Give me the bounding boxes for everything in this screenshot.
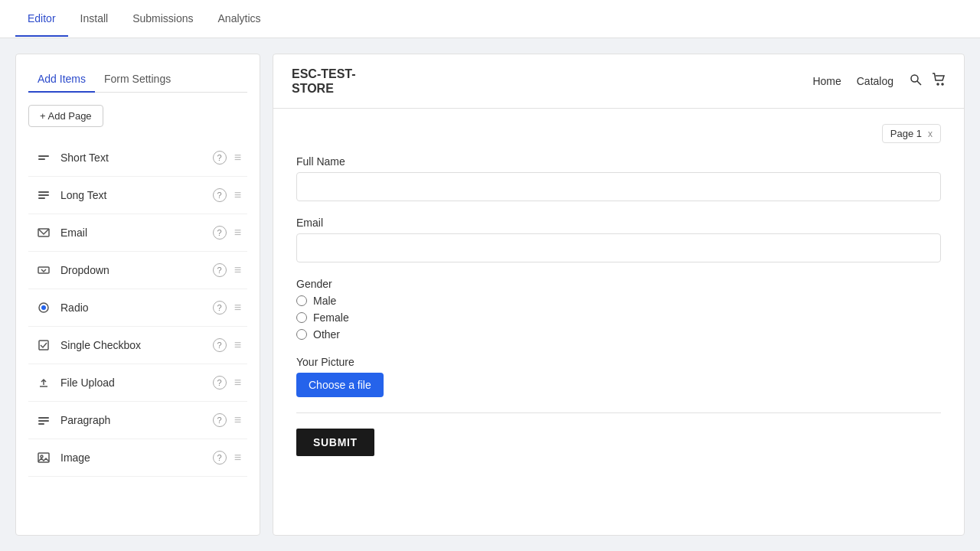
page-badge-label: Page 1 [890, 128, 922, 139]
checkbox-icon [34, 336, 53, 354]
radio-label-other: Other [313, 328, 340, 341]
dropdown-icon [34, 261, 53, 279]
help-icon-image[interactable]: ? [213, 451, 227, 465]
field-label-dropdown: Dropdown [60, 264, 213, 276]
store-logo: ESC-TEST- STORE [292, 67, 812, 96]
short-text-icon [34, 148, 53, 167]
upload-icon [34, 373, 53, 392]
store-nav-home[interactable]: Home [812, 75, 841, 87]
field-label-single-checkbox: Single Checkbox [60, 339, 213, 351]
svg-point-15 [911, 75, 918, 82]
field-item-radio[interactable]: Radio ? ≡ [28, 289, 247, 327]
form-divider [296, 412, 941, 413]
main-layout: Add Items Form Settings + Add Page Short… [0, 38, 980, 551]
form-group-gender: Gender Male Female Other [296, 278, 941, 341]
svg-rect-3 [38, 194, 49, 196]
field-label-paragraph: Paragraph [60, 414, 213, 426]
field-label-long-text: Long Text [60, 189, 213, 201]
form-group-email: Email [296, 217, 941, 262]
radio-option-female[interactable]: Female [296, 311, 941, 324]
field-item-image[interactable]: Image ? ≡ [28, 439, 247, 477]
choose-file-button[interactable]: Choose a file [296, 373, 384, 397]
store-icons [909, 73, 946, 90]
radio-label-female: Female [313, 311, 349, 324]
radio-male[interactable] [296, 295, 307, 306]
form-label-picture: Your Picture [296, 356, 941, 368]
drag-handle-long-text[interactable]: ≡ [234, 188, 241, 202]
tab-form-settings[interactable]: Form Settings [95, 67, 180, 93]
help-icon-radio[interactable]: ? [213, 301, 227, 315]
drag-handle-single-checkbox[interactable]: ≡ [234, 338, 241, 352]
cart-icon[interactable] [932, 73, 946, 90]
help-icon-short-text[interactable]: ? [213, 151, 227, 165]
tab-editor[interactable]: Editor [15, 2, 68, 37]
svg-point-8 [41, 305, 46, 310]
svg-rect-11 [38, 420, 49, 422]
field-label-radio: Radio [60, 302, 213, 314]
radio-other[interactable] [296, 329, 307, 340]
drag-handle-paragraph[interactable]: ≡ [234, 413, 241, 427]
field-item-file-upload[interactable]: File Upload ? ≡ [28, 364, 247, 402]
help-icon-email[interactable]: ? [213, 226, 227, 240]
svg-point-14 [41, 455, 43, 458]
store-header: ESC-TEST- STORE Home Catalog [273, 54, 964, 109]
search-icon[interactable] [909, 73, 923, 90]
radio-option-male[interactable]: Male [296, 295, 941, 307]
page-badge-container: Page 1 x [296, 124, 941, 143]
top-nav: Editor Install Submissions Analytics [15, 2, 273, 36]
form-input-email[interactable] [296, 233, 941, 262]
help-icon-file-upload[interactable]: ? [213, 376, 227, 390]
tab-install[interactable]: Install [68, 2, 121, 37]
help-icon-dropdown[interactable]: ? [213, 263, 227, 277]
field-item-email[interactable]: Email ? ≡ [28, 214, 247, 252]
drag-handle-radio[interactable]: ≡ [234, 301, 241, 315]
field-item-paragraph[interactable]: Paragraph ? ≡ [28, 402, 247, 439]
svg-rect-12 [38, 423, 44, 425]
drag-handle-short-text[interactable]: ≡ [234, 151, 241, 165]
help-icon-long-text[interactable]: ? [213, 188, 227, 202]
tab-submissions[interactable]: Submissions [120, 2, 205, 37]
svg-rect-9 [39, 341, 48, 350]
page-badge-close[interactable]: x [928, 129, 933, 139]
help-icon-single-checkbox[interactable]: ? [213, 338, 227, 352]
add-page-button[interactable]: + Add Page [28, 105, 103, 127]
field-item-single-checkbox[interactable]: Single Checkbox ? ≡ [28, 327, 247, 364]
svg-rect-4 [38, 197, 45, 199]
drag-handle-dropdown[interactable]: ≡ [234, 263, 241, 277]
form-label-fullname: Full Name [296, 155, 941, 168]
drag-handle-image[interactable]: ≡ [234, 451, 241, 465]
tab-add-items[interactable]: Add Items [28, 67, 95, 93]
radio-label-male: Male [313, 295, 336, 307]
left-panel: Add Items Form Settings + Add Page Short… [15, 54, 260, 536]
gender-radio-group: Male Female Other [296, 295, 941, 341]
store-nav-catalog[interactable]: Catalog [857, 75, 893, 87]
form-group-picture: Your Picture Choose a file [296, 356, 941, 397]
field-item-dropdown[interactable]: Dropdown ? ≡ [28, 252, 247, 289]
help-icon-paragraph[interactable]: ? [213, 413, 227, 427]
drag-handle-email[interactable]: ≡ [234, 226, 241, 240]
field-item-short-text[interactable]: Short Text ? ≡ [28, 139, 247, 177]
field-label-image: Image [60, 452, 213, 464]
email-icon [34, 223, 53, 242]
radio-female[interactable] [296, 312, 307, 323]
panel-tabs: Add Items Form Settings [28, 67, 247, 93]
svg-rect-0 [38, 155, 49, 157]
store-nav: Home Catalog [812, 75, 893, 87]
long-text-icon [34, 186, 53, 204]
right-panel: ESC-TEST- STORE Home Catalog Page 1 [273, 54, 965, 536]
top-bar: Editor Install Submissions Analytics [0, 0, 980, 38]
drag-handle-file-upload[interactable]: ≡ [234, 376, 241, 390]
image-icon [34, 448, 53, 467]
svg-point-18 [942, 83, 943, 85]
submit-button[interactable]: SUBMIT [296, 429, 374, 456]
field-item-long-text[interactable]: Long Text ? ≡ [28, 177, 247, 214]
svg-line-16 [917, 81, 921, 85]
radio-option-other[interactable]: Other [296, 328, 941, 341]
tab-analytics[interactable]: Analytics [206, 2, 273, 37]
form-label-gender: Gender [296, 278, 941, 290]
form-label-email: Email [296, 217, 941, 229]
field-label-email: Email [60, 227, 213, 239]
form-input-fullname[interactable] [296, 172, 941, 201]
svg-rect-2 [38, 191, 49, 193]
paragraph-icon [34, 411, 53, 429]
